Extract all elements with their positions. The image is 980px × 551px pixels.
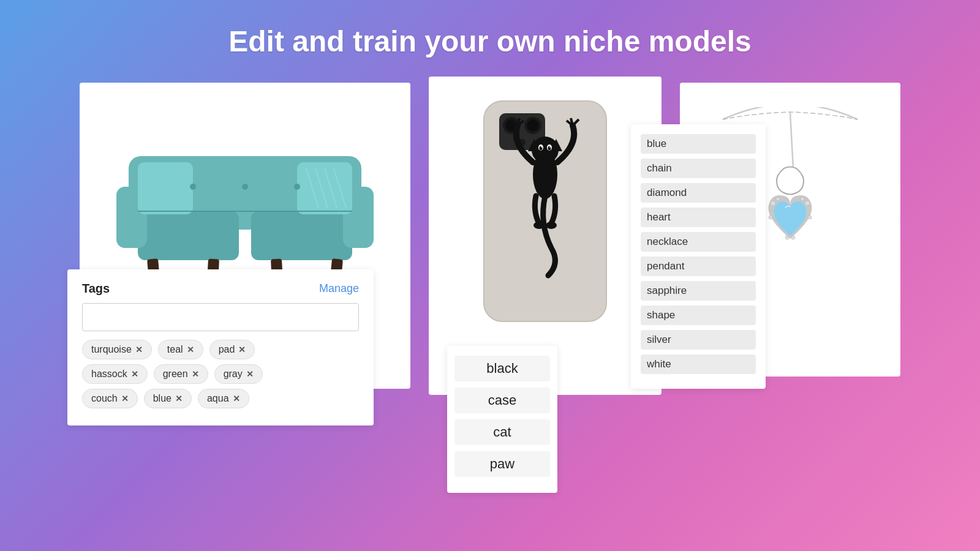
tag-chip-couch: couch ✕ bbox=[82, 389, 138, 408]
tag-chip-pad: pad ✕ bbox=[209, 340, 255, 359]
necklace-tag-heart: heart bbox=[641, 208, 756, 227]
necklace-tag-pendant: pendant bbox=[641, 257, 756, 276]
svg-point-35 bbox=[541, 146, 542, 148]
svg-point-12 bbox=[190, 184, 196, 190]
phone-tags-panel: black case cat paw bbox=[447, 346, 557, 493]
necklace-tag-white: white bbox=[641, 354, 756, 374]
necklace-tags-panel: blue chain diamond heart necklace pendan… bbox=[631, 124, 766, 389]
tags-label: Tags bbox=[82, 282, 110, 296]
svg-point-26 bbox=[527, 119, 539, 132]
tag-chip-aqua: aqua ✕ bbox=[198, 389, 249, 408]
svg-point-13 bbox=[242, 184, 248, 190]
svg-rect-6 bbox=[138, 162, 193, 214]
tag-remove-couch[interactable]: ✕ bbox=[121, 394, 129, 403]
necklace-tag-necklace: necklace bbox=[641, 232, 756, 252]
phone-image bbox=[441, 89, 649, 334]
tag-chip-hassock: hassock ✕ bbox=[82, 364, 148, 384]
necklace-tag-silver: silver bbox=[641, 330, 756, 350]
svg-point-46 bbox=[769, 216, 772, 219]
svg-point-48 bbox=[776, 197, 780, 201]
necklace-tag-sapphire: sapphire bbox=[641, 281, 756, 301]
manage-link[interactable]: Manage bbox=[319, 282, 359, 295]
svg-point-37 bbox=[533, 150, 557, 199]
svg-point-52 bbox=[771, 201, 775, 206]
tags-row-1: turquoise ✕ teal ✕ pad ✕ bbox=[82, 340, 359, 359]
necklace-tag-shape: shape bbox=[641, 305, 756, 325]
svg-point-14 bbox=[294, 184, 300, 190]
tag-remove-pad[interactable]: ✕ bbox=[238, 345, 246, 354]
svg-point-36 bbox=[549, 146, 551, 148]
tag-remove-blue[interactable]: ✕ bbox=[175, 394, 183, 403]
svg-point-50 bbox=[785, 236, 789, 239]
svg-point-53 bbox=[805, 201, 810, 206]
tags-row-2: hassock ✕ green ✕ gray ✕ bbox=[82, 364, 359, 384]
tag-remove-hassock[interactable]: ✕ bbox=[131, 369, 138, 379]
tag-remove-aqua[interactable]: ✕ bbox=[233, 394, 240, 403]
phone-tag-black: black bbox=[454, 356, 550, 381]
svg-point-51 bbox=[791, 236, 795, 239]
necklace-card: blue chain diamond heart necklace pendan… bbox=[680, 83, 900, 377]
svg-rect-3 bbox=[251, 211, 352, 260]
necklace-tag-blue: blue bbox=[641, 134, 756, 154]
page-title: Edit and train your own niche models bbox=[0, 0, 980, 77]
tag-chip-teal: teal ✕ bbox=[158, 340, 203, 359]
tags-header: Tags Manage bbox=[82, 282, 359, 296]
necklace-tag-chain: chain bbox=[641, 159, 756, 178]
tag-remove-teal[interactable]: ✕ bbox=[187, 345, 194, 354]
sofa-card: Tags Manage turquoise ✕ teal ✕ pad ✕ bbox=[80, 83, 410, 389]
necklace-tag-diamond: diamond bbox=[641, 183, 756, 203]
phone-card: black case cat paw bbox=[429, 77, 662, 395]
svg-point-47 bbox=[808, 216, 812, 219]
tag-chip-gray: gray ✕ bbox=[214, 364, 263, 384]
tag-chip-green: green ✕ bbox=[154, 364, 208, 384]
phone-tag-paw: paw bbox=[454, 451, 550, 477]
tag-chip-turquoise: turquoise ✕ bbox=[82, 340, 152, 359]
tags-row-3: couch ✕ blue ✕ aqua ✕ bbox=[82, 389, 359, 408]
tags-input[interactable] bbox=[82, 303, 359, 331]
tag-remove-green[interactable]: ✕ bbox=[192, 369, 199, 379]
cards-container: Tags Manage turquoise ✕ teal ✕ pad ✕ bbox=[0, 77, 980, 395]
svg-rect-2 bbox=[138, 211, 239, 260]
phone-tag-cat: cat bbox=[454, 419, 550, 445]
tag-remove-gray[interactable]: ✕ bbox=[246, 369, 254, 379]
tag-remove-turquoise[interactable]: ✕ bbox=[135, 345, 143, 354]
svg-point-45 bbox=[546, 222, 557, 229]
phone-tag-case: case bbox=[454, 388, 550, 413]
tags-panel: Tags Manage turquoise ✕ teal ✕ pad ✕ bbox=[67, 269, 374, 425]
svg-point-49 bbox=[801, 197, 804, 201]
tag-chip-blue: blue ✕ bbox=[144, 389, 192, 408]
